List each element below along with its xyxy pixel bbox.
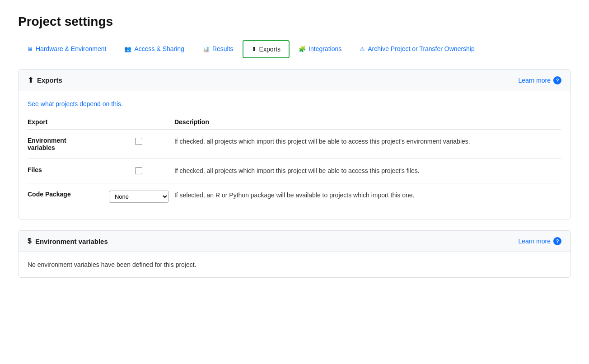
table-row: Environmentvariables If checked, all pro… <box>28 130 561 159</box>
code-package-label: Code Package <box>28 183 109 210</box>
results-icon: 📊 <box>202 46 210 52</box>
code-package-select[interactable]: None R Package Python Package <box>109 191 169 203</box>
env-help-icon[interactable]: ? <box>553 237 561 245</box>
env-header-title: $ Environment variables <box>28 237 108 245</box>
exports-section-body: See what projects depend on this. Export… <box>19 91 570 219</box>
tab-hardware[interactable]: 🖥 Hardware & Environment <box>18 40 115 58</box>
col-export: Export <box>28 115 109 130</box>
files-description: If checked, all projects which import th… <box>174 159 561 183</box>
exports-icon: ⬆ <box>252 46 257 52</box>
files-label: Files <box>28 159 109 183</box>
archive-icon: ⚠ <box>360 46 365 52</box>
table-row: Code Package None R Package Python Packa… <box>28 183 561 210</box>
table-row: Files If checked, all projects which imp… <box>28 159 561 183</box>
exports-help-icon[interactable]: ? <box>553 76 561 84</box>
env-section-icon: $ <box>28 237 32 245</box>
env-learn-more[interactable]: Learn more ? <box>518 237 561 245</box>
col-description: Description <box>174 115 561 130</box>
tab-exports[interactable]: ⬆ Exports <box>243 40 290 58</box>
exports-section-header: ⬆ Exports Learn more ? <box>19 70 570 91</box>
env-variables-description: If checked, all projects which import th… <box>174 130 561 159</box>
exports-table: Export Description Environmentvariables … <box>28 115 561 210</box>
tab-access[interactable]: 👥 Access & Sharing <box>115 40 193 58</box>
env-variables-checkbox[interactable] <box>135 138 142 145</box>
tab-results[interactable]: 📊 Results <box>193 40 243 58</box>
exports-section-icon: ⬆ <box>28 76 33 84</box>
tab-archive[interactable]: ⚠ Archive Project or Transfer Ownership <box>351 40 484 58</box>
integrations-icon: 🧩 <box>299 46 306 52</box>
hardware-icon: 🖥 <box>27 46 33 52</box>
env-section-header: $ Environment variables Learn more ? <box>19 231 570 252</box>
env-empty-message: No environment variables have been defin… <box>19 252 570 277</box>
exports-learn-more[interactable]: Learn more ? <box>518 76 561 84</box>
tabs-nav: 🖥 Hardware & Environment 👥 Access & Shar… <box>18 40 571 58</box>
page-title: Project settings <box>18 14 571 29</box>
exports-card: ⬆ Exports Learn more ? See what projects… <box>18 69 571 219</box>
env-variables-card: $ Environment variables Learn more ? No … <box>18 230 571 278</box>
access-icon: 👥 <box>124 46 131 52</box>
code-package-description: If selected, an R or Python package will… <box>174 183 561 210</box>
tab-integrations[interactable]: 🧩 Integrations <box>290 40 351 58</box>
files-checkbox[interactable] <box>135 167 142 174</box>
exports-header-title: ⬆ Exports <box>28 76 62 84</box>
see-projects-link[interactable]: See what projects depend on this. <box>28 100 561 107</box>
